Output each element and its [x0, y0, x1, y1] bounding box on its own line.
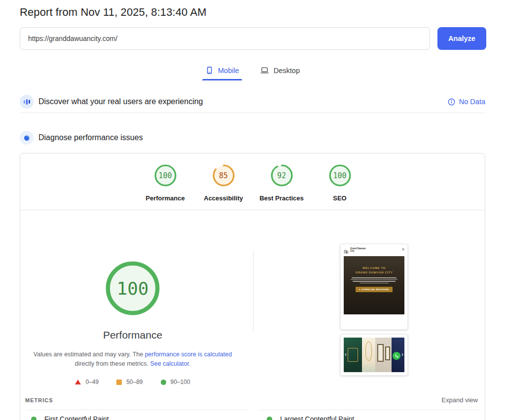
field-data-section-header: Discover what your real users are experi…: [20, 93, 485, 111]
hamburger-icon: ≡: [402, 247, 404, 252]
real-users-icon: [20, 95, 34, 109]
category-label: Accessibility: [204, 194, 243, 202]
category-score-best-practices[interactable]: 92 Best Practices: [252, 164, 311, 202]
analyze-button[interactable]: Analyze: [437, 27, 486, 50]
fail-triangle-icon: [75, 380, 81, 384]
collage-cream-panel: [362, 338, 375, 372]
performance-score-gauge: 100: [104, 260, 161, 317]
no-data-label: No Data: [459, 98, 485, 106]
gauge-score-value: 100: [104, 260, 161, 317]
category-score-performance[interactable]: 100 Performance: [136, 164, 194, 202]
category-score-accessibility[interactable]: 85 Accessibility: [194, 164, 252, 202]
tab-desktop-label: Desktop: [274, 67, 300, 75]
download-icon: ▾: [359, 288, 360, 291]
metric-fcp: First Contentful Paint: [31, 415, 109, 420]
legend-average-range: 50–89: [116, 379, 143, 385]
section-divider: [20, 113, 485, 113]
page-screenshot-thumbnail-2[interactable]: ‹ ›: [340, 334, 408, 376]
legend-label: 50–89: [126, 379, 143, 385]
device-tabs: Mobile Desktop: [0, 64, 505, 80]
lighthouse-report-card: 100 Performance 85 Accessibility 92 Best…: [20, 153, 485, 420]
gauge-best-practices: 92: [270, 164, 293, 187]
metric-name: First Contentful Paint: [44, 415, 109, 420]
mini-hero-title: GRAND DAWUAN CITY: [355, 270, 393, 275]
tab-mobile[interactable]: Mobile: [202, 64, 242, 80]
metrics-column-rule: [28, 410, 247, 410]
performance-gauge-label: Performance: [20, 329, 245, 341]
column-divider: [253, 250, 253, 331]
page-screenshot-thumbnail[interactable]: Grand Dawuan City ≡ WELCOME TO GRAND DAW…: [340, 244, 408, 330]
metrics-heading: METRICS: [25, 397, 53, 403]
gauge-score-value: 100: [328, 164, 352, 187]
category-label: Best Practices: [259, 194, 304, 202]
metric-lcp: Largest Contentful Paint: [267, 415, 354, 420]
mini-hero-paragraph: [350, 277, 398, 283]
legend-fail-range: 0–49: [75, 379, 99, 385]
collage-certificates-photo: [375, 338, 392, 372]
page-title: Report from Nov 11, 2025, 8:13:40 AM: [20, 6, 207, 19]
mini-button-label: DOWNLOAD BROCHURE: [362, 288, 389, 291]
gauge-performance: 100: [154, 164, 177, 187]
no-data-badge: No Data: [448, 98, 485, 106]
gauge-score-value: 92: [270, 164, 293, 187]
tab-desktop[interactable]: Desktop: [257, 64, 303, 80]
score-legend: 0–49 50–89 90–100: [20, 379, 245, 385]
gauges-divider: [20, 210, 485, 210]
mini-download-brochure-button: ▾ DOWNLOAD BROCHURE: [356, 287, 392, 292]
mini-hero-banner: WELCOME TO GRAND DAWUAN CITY ▾ DOWNLOAD …: [344, 256, 404, 314]
metric-pass-dot-icon: [267, 417, 272, 420]
mobile-phone-icon: [205, 66, 214, 75]
gauge-accessibility: 85: [212, 164, 235, 187]
tab-mobile-label: Mobile: [218, 67, 239, 75]
metrics-header: METRICS Expand view: [25, 396, 478, 404]
lab-section-title: Diagnose performance issues: [38, 133, 143, 142]
metric-pass-dot-icon: [31, 417, 36, 420]
desktop-laptop-icon: [260, 66, 269, 75]
legend-pass-range: 90–100: [161, 379, 190, 385]
gauge-score-value: 85: [212, 164, 235, 187]
whatsapp-icon: [393, 352, 400, 360]
see-calculator-link[interactable]: See calculator.: [150, 360, 190, 367]
metrics-column-rule: [259, 410, 479, 410]
mini-carousel: ‹ ›: [344, 338, 404, 372]
carousel-prev-icon: ‹: [345, 351, 347, 357]
mini-site-name: Grand Dawuan City: [350, 247, 370, 253]
gauge-seo: 100: [328, 164, 352, 187]
category-label: Performance: [145, 194, 184, 202]
carousel-next-icon: ›: [401, 351, 403, 357]
average-square-icon: [116, 380, 122, 385]
score-disclaimer: Values are estimated and may vary. The p…: [26, 350, 239, 369]
category-score-seo[interactable]: 100 SEO: [311, 164, 369, 202]
lighthouse-icon: [20, 131, 34, 145]
category-scores-row: 100 Performance 85 Accessibility 92 Best…: [20, 164, 485, 202]
site-logo-icon: [344, 247, 349, 256]
gauge-score-value: 100: [154, 164, 177, 187]
mini-site-header: Grand Dawuan City ≡: [344, 247, 404, 255]
disclaimer-text: Values are estimated and may vary. The: [34, 351, 145, 358]
legend-label: 90–100: [171, 379, 190, 385]
metric-name: Largest Contentful Paint: [280, 415, 354, 420]
pass-circle-icon: [161, 380, 166, 385]
lab-data-section-header: Diagnose performance issues: [20, 129, 485, 147]
field-section-title: Discover what your real users are experi…: [38, 97, 203, 106]
pagespeed-report-page: Report from Nov 11, 2025, 8:13:40 AM Ana…: [0, 0, 505, 420]
category-label: SEO: [333, 194, 346, 202]
mini-hero-title: WELCOME TO: [362, 266, 386, 270]
disclaimer-text: directly from these metrics.: [75, 360, 150, 367]
info-icon: [448, 98, 455, 106]
expand-view-button[interactable]: Expand view: [441, 396, 478, 404]
legend-label: 0–49: [85, 379, 99, 385]
score-calculation-link[interactable]: performance score is calculated: [145, 351, 232, 358]
url-input[interactable]: [20, 27, 430, 50]
